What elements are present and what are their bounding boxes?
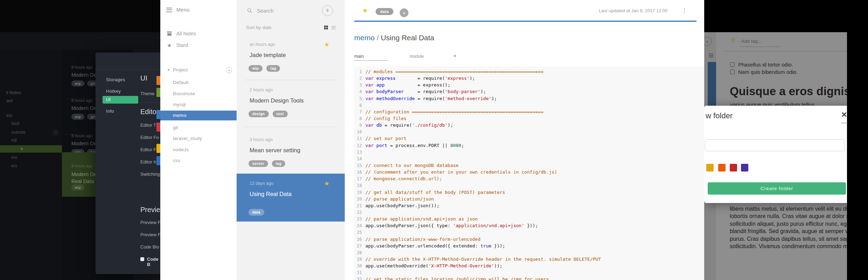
line-number: 6: [354, 102, 362, 109]
line-number: 12: [354, 142, 362, 149]
settings-menu-item-ui[interactable]: UI: [103, 96, 138, 104]
line-number: 18: [354, 182, 362, 189]
add-tag-button[interactable]: +: [400, 8, 408, 17]
dark-sidebar-item[interactable]: ll Notes: [6, 90, 21, 95]
line-number: 7: [354, 109, 362, 115]
sidebar-item-git[interactable]: git: [160, 123, 237, 133]
settings-menu-item-hotkey[interactable]: Hotkey: [106, 89, 121, 94]
line-number: 13: [354, 149, 362, 156]
sidebar-item-starred[interactable]: ★ Stard: [167, 42, 188, 48]
dark-note-title: Modern Des: [71, 105, 99, 111]
note-card[interactable]: 12 days ago★Using Real Datadata: [237, 174, 345, 222]
line-number: 10: [354, 129, 362, 135]
sort-by-label[interactable]: Sort by date: [246, 25, 272, 30]
code-line: 1// modules ============================…: [354, 68, 704, 75]
settings-menu-item-info[interactable]: Info: [106, 108, 114, 114]
settings-row[interactable]: Editor Fo: [140, 147, 159, 152]
note-card[interactable]: 3 hours agoMean server settingservertag: [237, 134, 345, 174]
code-line: 4var bodyParser = require('body-parser')…: [354, 88, 704, 95]
close-icon[interactable]: ✕: [841, 111, 847, 119]
note-star-icon[interactable]: ★: [324, 180, 329, 187]
note-star-icon[interactable]: ★: [362, 7, 368, 14]
folder-color-swatch[interactable]: [741, 164, 748, 172]
settings-row[interactable]: Preview F: [140, 232, 160, 237]
folder-color-swatch[interactable]: [706, 164, 714, 172]
code-token: // set the static files location /public…: [365, 276, 549, 280]
note-star-icon[interactable]: ★: [324, 41, 329, 48]
note-tag-pill[interactable]: data: [376, 8, 393, 15]
sidebar-item-css[interactable]: css: [160, 156, 237, 166]
folder-color-swatch[interactable]: [718, 164, 726, 172]
search-input[interactable]: Search: [247, 8, 274, 14]
sidebar-item-boostnote[interactable]: Boostnote: [160, 89, 237, 99]
sidebar-project-header[interactable]: ▼ Project: [167, 67, 188, 72]
folder-label: git: [173, 125, 178, 130]
code-token: 'body-parser': [445, 89, 481, 94]
breadcrumb-folder[interactable]: memo: [354, 34, 374, 42]
settings-row[interactable]: Code Blo: [140, 244, 159, 250]
settings-row[interactable]: Switching: [140, 172, 160, 177]
create-folder-button[interactable]: Create folder: [708, 182, 846, 195]
code-line: 18: [354, 182, 704, 189]
list-view-icon[interactable]: [331, 26, 336, 29]
settings-menu-item-storages[interactable]: Storages: [106, 77, 125, 82]
note-time: an hours ago: [250, 42, 275, 47]
code-text: var app = express();: [365, 82, 450, 88]
code-token: }));: [524, 223, 538, 228]
code-token: // get all data/stuff of the body (POST)…: [365, 190, 505, 195]
settings-color-chip: [156, 122, 160, 132]
settings-checkbox[interactable]: [140, 257, 144, 261]
sidebar-item-mysql[interactable]: mysql: [160, 100, 237, 110]
new-note-button[interactable]: +: [322, 5, 333, 16]
all-notes-label: All Notes: [176, 31, 196, 36]
code-text: app.use(bodyParser.urlencoded({ extended…: [365, 243, 505, 248]
card-divider: [244, 127, 337, 127]
settings-color-chip: [156, 88, 160, 97]
dark-add-folder-button[interactable]: +: [53, 130, 58, 135]
sidebar-item-all-notes[interactable]: All Notes: [167, 31, 196, 36]
code-token: app.use(methodOverride(: [365, 263, 428, 268]
note-card[interactable]: an hours ago★Jade templatewiptag: [237, 39, 345, 80]
add-folder-button[interactable]: +: [226, 67, 232, 73]
dark-folder-item[interactable]: fault: [11, 121, 20, 126]
dark-note-time: 8 hours ago: [71, 65, 93, 69]
line-number: 21: [354, 203, 362, 209]
search-placeholder: Search: [257, 8, 274, 14]
code-token: methodOverride: [376, 96, 415, 101]
dark-folder-item[interactable]: ers: [11, 163, 17, 168]
code-token: app: [376, 82, 384, 88]
view-toggle[interactable]: [324, 26, 336, 29]
dark-folder-item[interactable]: ostnote: [11, 130, 26, 135]
sidebar-item-laravel_study[interactable]: laravel_study: [160, 134, 237, 144]
code-token: true: [481, 243, 491, 248]
esc-hint-label: esc: [841, 121, 847, 125]
folder-color-swatch[interactable]: [730, 164, 737, 172]
settings-editor-title: Editor: [140, 108, 159, 116]
settings-row[interactable]: Preview F: [140, 220, 160, 225]
dark-project-label[interactable]: ect: [6, 113, 12, 118]
note-list-panel: Search + Sort by date an hours ago★Jade …: [237, 0, 345, 280]
settings-theme-row[interactable]: Theme: [140, 91, 154, 96]
code-line: 24app.use(bodyParser.json({ type: 'appli…: [354, 222, 704, 229]
dark-folder-item-selected[interactable]: e: [0, 145, 62, 153]
tab-module[interactable]: module: [410, 54, 424, 59]
sidebar-item-default[interactable]: Default: [160, 78, 237, 88]
folder-name-input[interactable]: [705, 139, 845, 151]
folder-label: mysql: [173, 102, 186, 107]
note-tags: servertag: [248, 160, 285, 167]
note-card[interactable]: 2 hours agoModern Design Toolsdesigntool: [237, 85, 345, 127]
grid-view-icon[interactable]: [324, 26, 328, 29]
dark-sidebar-item[interactable]: ard: [6, 98, 13, 103]
kebab-menu-icon[interactable]: ⋮: [681, 7, 687, 14]
tab-main[interactable]: main: [354, 54, 364, 59]
menu-button[interactable]: Menu: [166, 7, 190, 13]
dark-sidebar: + ll Notesardectfaultostnotesqlemoers: [0, 50, 62, 280]
settings-row[interactable]: Editor Fo: [140, 135, 159, 140]
sidebar-item-memo[interactable]: memo: [160, 111, 237, 120]
sidebar-item-nodejs[interactable]: nodeJs: [160, 145, 237, 155]
add-snippet-tab-button[interactable]: +: [453, 53, 456, 59]
dark-folder-item[interactable]: sql: [11, 138, 17, 142]
dark-folder-item[interactable]: mo: [11, 155, 17, 160]
code-editor[interactable]: 1// modules ============================…: [354, 66, 704, 280]
note-title: Using Real Data: [250, 191, 292, 197]
